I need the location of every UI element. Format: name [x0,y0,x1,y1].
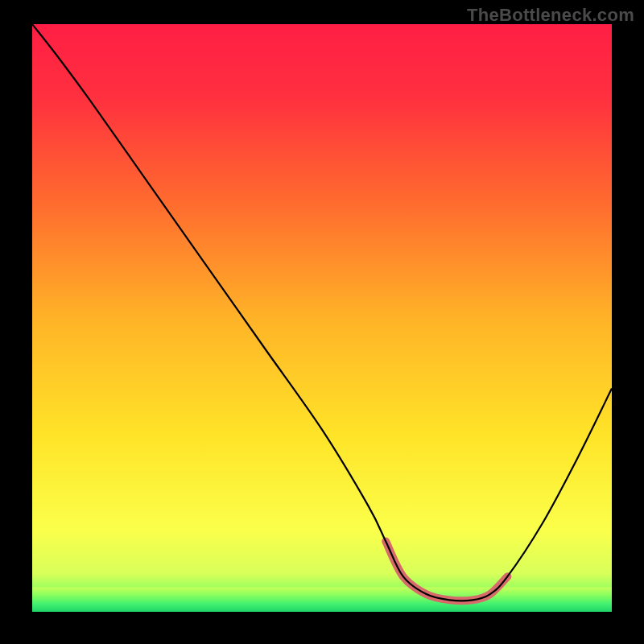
watermark-text: TheBottleneck.com [467,5,634,26]
curve-layer [32,24,612,612]
bottleneck-curve [32,24,612,601]
highlight-segment [386,541,507,601]
plot-area [32,24,612,612]
chart-frame: TheBottleneck.com [0,0,644,644]
